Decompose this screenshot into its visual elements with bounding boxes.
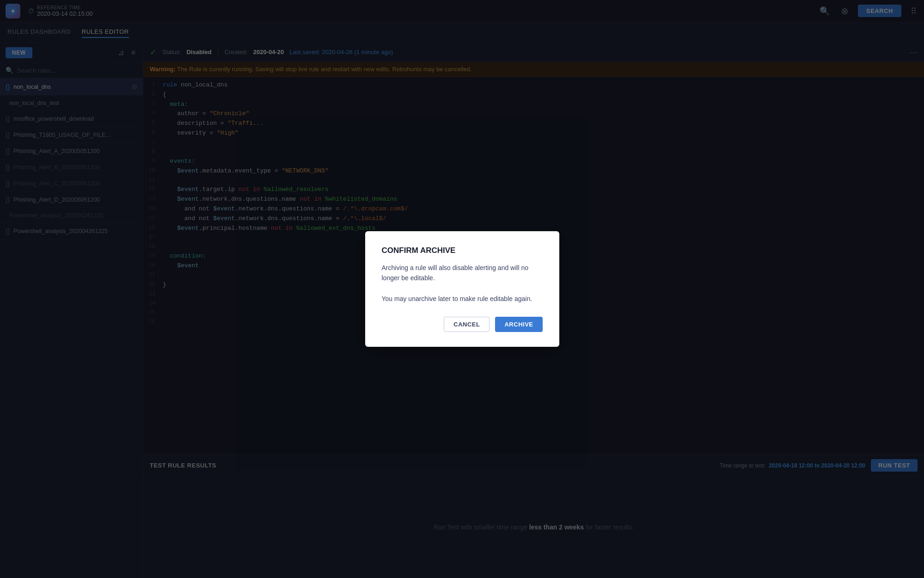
modal-body-line1: Archiving a rule will also disable alert… bbox=[382, 264, 529, 282]
cancel-button[interactable]: CANCEL bbox=[444, 317, 490, 332]
confirm-archive-modal: CONFIRM ARCHIVE Archiving a rule will al… bbox=[365, 231, 559, 347]
modal-body-line2: You may unarchive later to make rule edi… bbox=[382, 295, 532, 302]
modal-body: Archiving a rule will also disable alert… bbox=[382, 263, 543, 304]
archive-button[interactable]: ARCHIVE bbox=[495, 317, 542, 332]
modal-actions: CANCEL ARCHIVE bbox=[382, 317, 543, 332]
modal-title: CONFIRM ARCHIVE bbox=[382, 246, 543, 255]
modal-overlay[interactable]: CONFIRM ARCHIVE Archiving a rule will al… bbox=[0, 0, 924, 578]
